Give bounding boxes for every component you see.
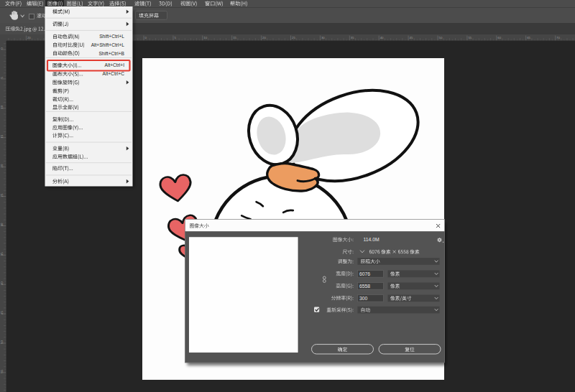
svg-text:20: 20 — [262, 36, 266, 39]
svg-text:50: 50 — [439, 36, 443, 39]
svg-text:40: 40 — [380, 36, 384, 39]
svg-text:55: 55 — [0, 369, 4, 373]
svg-text:10: 10 — [0, 105, 4, 108]
svg-text:Alt+Shift+Ctrl+L: Alt+Shift+Ctrl+L — [91, 42, 125, 47]
svg-text:Alt+Ctrl+C: Alt+Ctrl+C — [103, 71, 125, 76]
svg-text:15: 15 — [0, 134, 4, 138]
svg-text:40: 40 — [0, 281, 4, 285]
svg-text:Shift+Ctrl+L: Shift+Ctrl+L — [99, 34, 124, 39]
svg-text:300: 300 — [359, 296, 368, 301]
svg-text:15: 15 — [233, 36, 236, 39]
svg-text:55: 55 — [468, 36, 472, 39]
svg-text:70: 70 — [556, 36, 560, 39]
svg-text:Shift+Ctrl+B: Shift+Ctrl+B — [98, 51, 124, 56]
svg-text:20: 20 — [0, 164, 4, 167]
svg-text:45: 45 — [410, 36, 413, 39]
svg-text:30: 30 — [321, 36, 325, 39]
svg-text:25: 25 — [0, 193, 4, 197]
svg-text:30: 30 — [0, 223, 4, 226]
svg-text:6076: 6076 — [359, 271, 370, 276]
svg-text:114.0M: 114.0M — [364, 237, 380, 242]
svg-text:35: 35 — [0, 252, 4, 256]
svg-text:35: 35 — [351, 36, 354, 39]
svg-text:45: 45 — [0, 311, 4, 314]
svg-text:60: 60 — [497, 36, 501, 39]
svg-text:6558: 6558 — [359, 284, 370, 289]
svg-text:50: 50 — [0, 340, 4, 344]
svg-text:Alt+Ctrl+I: Alt+Ctrl+I — [105, 62, 125, 67]
svg-text:10: 10 — [203, 36, 207, 39]
svg-text:20: 20 — [27, 36, 31, 39]
svg-text:25: 25 — [292, 36, 295, 39]
svg-text:65: 65 — [527, 36, 530, 39]
